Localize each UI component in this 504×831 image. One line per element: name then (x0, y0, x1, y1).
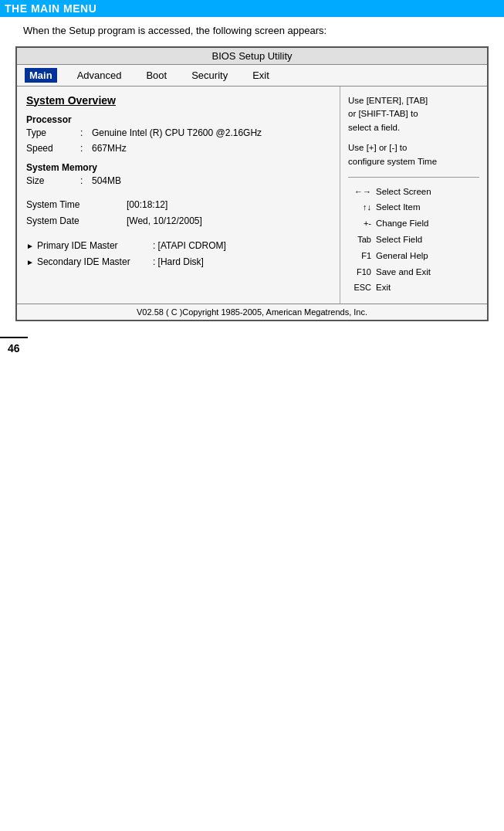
legend-row-exit: ESC Exit (348, 280, 479, 296)
key-plusminus: +- (348, 216, 371, 232)
key-f10: F10 (348, 265, 371, 280)
key-legend-block: ←→ Select Screen ↑↓ Select Item +- Chang… (348, 184, 479, 297)
bios-screenshot: BIOS Setup Utility Main Advanced Boot Se… (15, 46, 489, 322)
primary-ide-value: : [ATAPI CDROM] (153, 238, 330, 255)
speed-label: Speed (26, 141, 80, 156)
system-time-label: System Time (26, 197, 127, 214)
bios-content-area: System Overview Processor Type : Genuine… (17, 86, 487, 304)
type-label: Type (26, 125, 80, 141)
legend-row-select-item: ↑↓ Select Item (348, 199, 479, 215)
system-date-value: [Wed, 10/12/2005] (127, 213, 330, 230)
system-time-row: System Time [00:18:12] (26, 197, 330, 214)
legend-row-save-exit: F10 Save and Exit (348, 264, 479, 280)
primary-ide-label: Primary IDE Master (37, 238, 153, 255)
legend-row-general-help: F1 General Help (348, 248, 479, 264)
size-value: 504MB (92, 173, 330, 188)
legend-row-select-field: Tab Select Field (348, 232, 479, 248)
memory-label: System Memory (26, 162, 330, 173)
nav-item-security[interactable]: Security (187, 68, 232, 83)
key-esc: ESC (348, 280, 371, 296)
bios-footer: V02.58 ( C )Copyright 1985-2005, America… (17, 304, 487, 320)
bios-nav-bar: Main Advanced Boot Security Exit (17, 65, 487, 86)
help-line6: configure system Time (348, 155, 479, 169)
key-arrows-lr: ←→ (348, 185, 371, 200)
header-title: The Main Menu (5, 2, 96, 15)
help-line5: Use [+] or [-] to (348, 141, 479, 155)
help-line1: Use [ENTER], [TAB] (348, 94, 479, 108)
bios-right-panel: Use [ENTER], [TAB] or [SHIFT-TAB] to sel… (340, 86, 487, 304)
intro-paragraph: When the Setup program is accessed, the … (23, 23, 481, 39)
page-section-header: The Main Menu (0, 0, 504, 17)
bios-left-panel: System Overview Processor Type : Genuine… (17, 86, 340, 304)
legend-row-change-field: +- Change Field (348, 215, 479, 232)
key-arrows-ud: ↑↓ (348, 200, 371, 215)
type-value: Genuine Intel (R) CPU T2600 @2.16GHz (92, 125, 330, 141)
secondary-ide-arrow: ► (26, 256, 34, 270)
nav-item-boot[interactable]: Boot (141, 68, 171, 83)
speed-value: 667MHz (92, 141, 330, 156)
memory-size-row: Size : 504MB (26, 173, 330, 188)
system-date-row: System Date [Wed, 10/12/2005] (26, 213, 330, 230)
secondary-ide-value: : [Hard Disk] (153, 254, 330, 271)
nav-item-advanced[interactable]: Advanced (73, 68, 127, 83)
bios-title: BIOS Setup Utility (17, 48, 487, 65)
legend-divider (348, 177, 479, 178)
key-tab: Tab (348, 232, 371, 248)
processor-speed-row: Speed : 667MHz (26, 141, 330, 156)
system-date-label: System Date (26, 213, 127, 230)
key-f1: F1 (348, 249, 371, 264)
help-text-block: Use [ENTER], [TAB] or [SHIFT-TAB] to sel… (348, 94, 479, 169)
system-overview-title: System Overview (26, 94, 330, 107)
nav-item-main[interactable]: Main (25, 68, 57, 83)
primary-ide-row: ► Primary IDE Master : [ATAPI CDROM] (26, 238, 330, 255)
size-label: Size (26, 173, 80, 188)
ide-section: ► Primary IDE Master : [ATAPI CDROM] ► S… (26, 238, 330, 271)
processor-type-row: Type : Genuine Intel (R) CPU T2600 @2.16… (26, 125, 330, 141)
processor-label: Processor (26, 114, 330, 125)
system-time-date-block: System Time [00:18:12] System Date [Wed,… (26, 197, 330, 230)
secondary-ide-label: Secondary IDE Master (37, 254, 153, 271)
nav-item-exit[interactable]: Exit (248, 68, 274, 83)
system-time-value: [00:18:12] (127, 197, 330, 214)
primary-ide-arrow: ► (26, 239, 34, 253)
help-line2: or [SHIFT-TAB] to (348, 107, 479, 121)
page-number: 46 (0, 337, 28, 358)
secondary-ide-row: ► Secondary IDE Master : [Hard Disk] (26, 254, 330, 271)
legend-row-select-screen: ←→ Select Screen (348, 184, 479, 200)
help-line3: select a field. (348, 121, 479, 135)
